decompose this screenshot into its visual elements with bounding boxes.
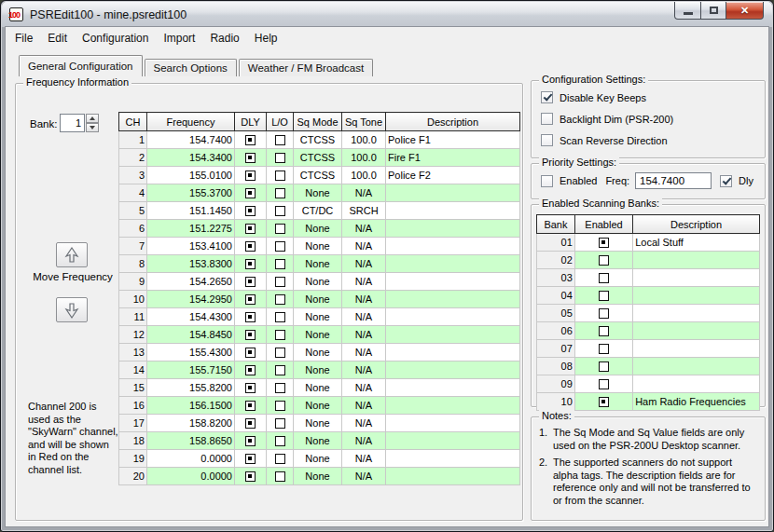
dly-checkbox[interactable] (245, 188, 256, 198)
ch-cell[interactable]: 10 (119, 291, 147, 308)
sq-mode-cell[interactable]: None (294, 450, 342, 468)
backlight-dim-checkbox[interactable] (541, 113, 553, 125)
sq-mode-cell[interactable]: CTCSS (294, 167, 342, 184)
frequency-cell[interactable]: 154.7400 (147, 131, 235, 149)
description-cell[interactable] (386, 273, 520, 291)
sq-tone-cell[interactable]: N/A (342, 326, 386, 344)
dly-checkbox[interactable] (245, 206, 256, 216)
dly-checkbox[interactable] (245, 277, 256, 287)
frequency-cell[interactable]: 158.8650 (147, 432, 235, 450)
maximize-button[interactable] (701, 2, 726, 20)
ch-cell[interactable]: 7 (119, 238, 147, 255)
bank-enabled-checkbox-cell[interactable] (574, 287, 632, 305)
bank-enabled-checkbox[interactable] (599, 361, 609, 372)
sq-mode-cell[interactable]: None (294, 291, 342, 308)
bank-description-cell[interactable] (633, 287, 760, 305)
bank-number-cell[interactable]: 05 (537, 305, 575, 322)
description-cell[interactable] (386, 308, 520, 326)
bank-enabled-checkbox-cell[interactable] (574, 393, 632, 411)
bank-enabled-checkbox-cell[interactable] (574, 375, 632, 393)
lo-checkbox[interactable] (275, 171, 285, 181)
sq-tone-cell[interactable]: N/A (342, 415, 386, 432)
bank-enabled-checkbox-cell[interactable] (574, 322, 632, 340)
sq-mode-cell[interactable]: None (294, 397, 342, 415)
dly-checkbox-cell[interactable] (235, 273, 267, 291)
scan-reverse-checkbox[interactable] (541, 134, 553, 146)
description-cell[interactable]: Fire F1 (386, 149, 520, 167)
bank-enabled-checkbox-cell[interactable] (574, 305, 632, 322)
sq-tone-cell[interactable]: N/A (342, 308, 386, 326)
sq-tone-cell[interactable]: N/A (342, 344, 386, 361)
description-cell[interactable] (386, 255, 520, 273)
dly-checkbox[interactable] (245, 454, 256, 464)
dly-checkbox-cell[interactable] (235, 167, 267, 184)
dly-checkbox[interactable] (245, 241, 256, 252)
dly-checkbox-cell[interactable] (235, 468, 267, 485)
bank-number-cell[interactable]: 04 (537, 287, 575, 305)
lo-checkbox-cell[interactable] (267, 131, 294, 149)
sq-mode-cell[interactable]: None (294, 238, 342, 255)
bank-enabled-checkbox[interactable] (599, 273, 609, 283)
sq-mode-cell[interactable]: None (294, 220, 342, 238)
close-button[interactable]: ✕ (726, 2, 764, 20)
description-cell[interactable] (386, 291, 520, 308)
bank-number-cell[interactable]: 01 (537, 234, 575, 252)
sq-tone-cell[interactable]: 100.0 (342, 149, 386, 167)
tab-search-options[interactable]: Search Options (145, 59, 237, 76)
dly-checkbox[interactable] (245, 365, 256, 375)
lo-checkbox[interactable] (275, 312, 285, 322)
description-cell[interactable] (386, 379, 520, 397)
dly-checkbox-cell[interactable] (235, 131, 267, 149)
bank-enabled-checkbox[interactable] (599, 379, 609, 389)
dly-checkbox[interactable] (245, 153, 256, 163)
menu-edit[interactable]: Edit (40, 29, 75, 48)
dly-checkbox-cell[interactable] (235, 149, 267, 167)
description-cell[interactable] (386, 415, 520, 432)
bank-input[interactable] (60, 114, 85, 132)
ch-cell[interactable]: 15 (119, 379, 147, 397)
description-cell[interactable] (386, 450, 520, 468)
lo-checkbox[interactable] (275, 365, 285, 375)
bank-enabled-checkbox-cell[interactable] (574, 269, 632, 287)
description-cell[interactable] (386, 202, 520, 220)
dly-checkbox-cell[interactable] (235, 379, 267, 397)
bank-enabled-checkbox[interactable] (599, 255, 609, 266)
ch-cell[interactable]: 12 (119, 326, 147, 344)
ch-cell[interactable]: 17 (119, 415, 147, 432)
sq-tone-cell[interactable]: N/A (342, 220, 386, 238)
ch-cell[interactable]: 16 (119, 397, 147, 415)
bank-description-cell[interactable]: Local Stuff (633, 234, 760, 252)
dly-checkbox-cell[interactable] (235, 184, 267, 202)
frequency-cell[interactable]: 154.3400 (147, 149, 235, 167)
bank-enabled-checkbox-cell[interactable] (574, 252, 632, 269)
sq-mode-cell[interactable]: None (294, 361, 342, 379)
frequency-cell[interactable]: 0.0000 (147, 450, 235, 468)
lo-checkbox-cell[interactable] (267, 344, 294, 361)
sq-mode-cell[interactable]: None (294, 184, 342, 202)
bank-description-cell[interactable]: Ham Radio Frequencies (633, 393, 760, 411)
lo-checkbox-cell[interactable] (267, 149, 294, 167)
description-cell[interactable] (386, 184, 520, 202)
dly-checkbox-cell[interactable] (235, 344, 267, 361)
priority-enabled-checkbox[interactable] (541, 175, 553, 187)
ch-cell[interactable]: 14 (119, 361, 147, 379)
ch-cell[interactable]: 2 (119, 149, 147, 167)
lo-checkbox[interactable] (275, 294, 285, 305)
lo-checkbox[interactable] (275, 277, 285, 287)
sq-tone-cell[interactable]: N/A (342, 273, 386, 291)
bank-number-cell[interactable]: 07 (537, 340, 575, 358)
dly-checkbox[interactable] (245, 259, 256, 269)
move-frequency-up-button[interactable] (56, 242, 88, 267)
frequency-cell[interactable]: 154.4300 (147, 308, 235, 326)
lo-checkbox[interactable] (275, 259, 285, 269)
priority-dly-checkbox[interactable] (720, 175, 732, 187)
lo-checkbox[interactable] (275, 383, 285, 393)
description-cell[interactable] (386, 432, 520, 450)
disable-key-beeps-checkbox[interactable] (541, 91, 553, 103)
bank-number-cell[interactable]: 08 (537, 358, 575, 375)
dly-checkbox[interactable] (245, 383, 256, 393)
bank-enabled-checkbox[interactable] (599, 344, 609, 354)
sq-mode-cell[interactable]: None (294, 344, 342, 361)
lo-checkbox-cell[interactable] (267, 202, 294, 220)
dly-checkbox[interactable] (245, 401, 256, 411)
